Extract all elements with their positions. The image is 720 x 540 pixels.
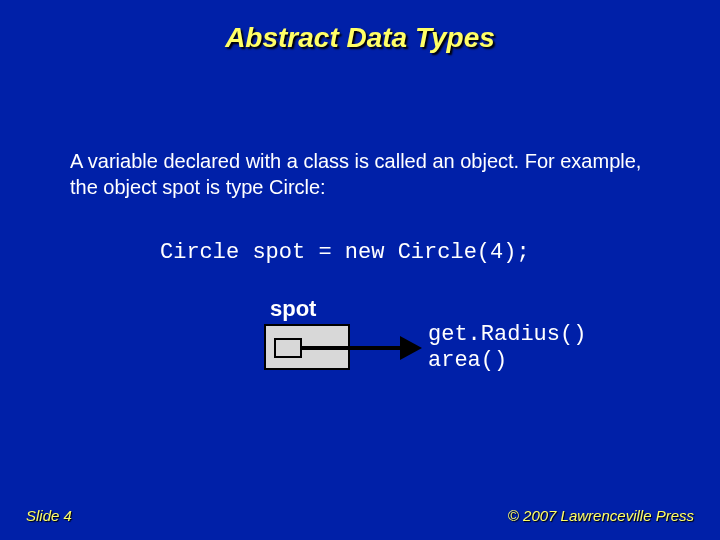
object-diagram: spot get.Radius() area() xyxy=(258,296,578,396)
object-label: spot xyxy=(270,296,316,322)
reference-box xyxy=(274,338,302,358)
method-list: get.Radius() area() xyxy=(428,322,586,375)
arrow-head-icon xyxy=(400,336,422,360)
slide-number: Slide 4 xyxy=(26,507,72,524)
copyright: © 2007 Lawrenceville Press xyxy=(508,507,694,524)
body-text: A variable declared with a class is call… xyxy=(70,148,660,200)
method-2: area() xyxy=(428,348,586,374)
slide-title: Abstract Data Types xyxy=(0,22,720,54)
code-example: Circle spot = new Circle(4); xyxy=(160,240,530,265)
arrow-shaft xyxy=(302,346,404,350)
method-1: get.Radius() xyxy=(428,322,586,348)
